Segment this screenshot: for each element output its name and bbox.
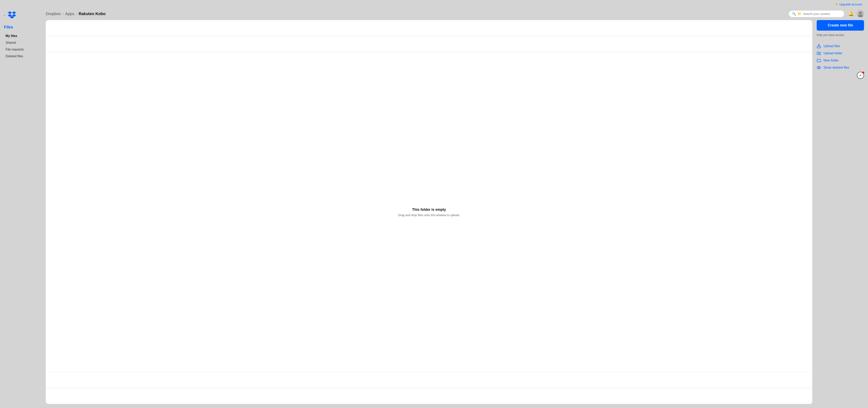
content-area: Dropbox › Apps › Rakuten Kobo 🔍 📁 🔔 (44, 7, 868, 408)
create-new-file-button[interactable]: Create new file (817, 20, 864, 31)
new-folder-label: New folder (824, 59, 839, 62)
new-folder-icon (817, 58, 821, 63)
content-header: Dropbox › Apps › Rakuten Kobo 🔍 📁 🔔 (44, 7, 868, 20)
sidebar-item-shared[interactable]: Shared (4, 40, 44, 46)
search-bar[interactable]: 🔍 📁 (788, 10, 844, 17)
new-folder-action[interactable]: New folder (817, 58, 864, 63)
breadcrumb-sep-1: › (62, 12, 64, 16)
access-label: Only you have access (817, 33, 864, 37)
avatar[interactable] (857, 10, 864, 17)
search-folder-icon: 📁 (798, 12, 802, 16)
svg-rect-3 (817, 46, 821, 48)
empty-folder-title: This folder is empty (412, 208, 446, 212)
top-bar: ★ Upgrade account (0, 0, 868, 7)
breadcrumb-apps[interactable]: Apps (65, 11, 74, 16)
upload-file-icon (817, 44, 821, 48)
upgrade-link[interactable]: ★ Upgrade account (835, 2, 862, 6)
empty-folder-subtitle: Drag and drop files onto this window to … (398, 213, 460, 217)
upload-folder-action[interactable]: Upload folder (817, 51, 864, 56)
show-deleted-action[interactable]: Show deleted files (817, 65, 864, 70)
main-body: This folder is empty Drag and drop files… (44, 20, 868, 404)
right-divider (817, 40, 864, 40)
folder-row-3 (46, 372, 812, 388)
sidebar-item-my-files[interactable]: My files (4, 33, 44, 39)
breadcrumb-dropbox[interactable]: Dropbox (46, 11, 61, 16)
svg-point-4 (817, 66, 821, 69)
breadcrumb-current: Rakuten Kobo (79, 11, 105, 16)
sidebar-logo: ‹ (4, 11, 44, 19)
upload-folder-label: Upload folder (824, 52, 842, 55)
folder-panel: This folder is empty Drag and drop files… (46, 20, 812, 404)
svg-point-5 (818, 67, 819, 68)
sidebar-item-file-requests[interactable]: File requests (4, 46, 44, 53)
folder-row-4 (46, 388, 812, 404)
upgrade-label: Upgrade account (839, 3, 862, 6)
right-panel: Create new file Only you have access Upl… (812, 20, 864, 404)
sidebar-item-deleted-files[interactable]: Deleted files (4, 53, 44, 59)
folder-empty-area: This folder is empty Drag and drop files… (46, 52, 812, 372)
upload-files-label: Upload files (824, 44, 840, 48)
svg-point-1 (859, 11, 862, 14)
dropbox-logo-icon[interactable] (7, 11, 16, 19)
breadcrumb: Dropbox › Apps › Rakuten Kobo (46, 11, 785, 16)
action-list: Upload files Upload folder (817, 44, 864, 70)
notification-bell-icon[interactable]: 🔔 (848, 11, 854, 16)
folder-row-1 (46, 20, 812, 36)
star-icon: ★ (835, 2, 838, 6)
upload-folder-icon (817, 51, 821, 56)
red-dot-badge (862, 71, 864, 73)
search-icon: 🔍 (792, 12, 796, 16)
folder-row-2 (46, 36, 812, 52)
show-deleted-icon (817, 65, 821, 70)
sidebar: ‹ Files My files Shared File requests De… (0, 7, 44, 408)
search-input[interactable] (803, 12, 841, 15)
breadcrumb-sep-2: › (76, 12, 77, 16)
check-circle-icon[interactable]: ✓ (857, 72, 864, 79)
sidebar-section-title: Files (4, 25, 44, 29)
checkmark: ✓ (859, 73, 862, 77)
main-layout: ‹ Files My files Shared File requests De… (0, 7, 868, 408)
show-deleted-label: Show deleted files (824, 66, 849, 69)
back-arrow-icon[interactable]: ‹ (4, 13, 5, 18)
sidebar-nav: My files Shared File requests Deleted fi… (4, 33, 44, 59)
bottom-right-check: ✓ (817, 70, 864, 79)
header-actions: 🔔 (848, 10, 864, 17)
upload-files-action[interactable]: Upload files (817, 44, 864, 48)
